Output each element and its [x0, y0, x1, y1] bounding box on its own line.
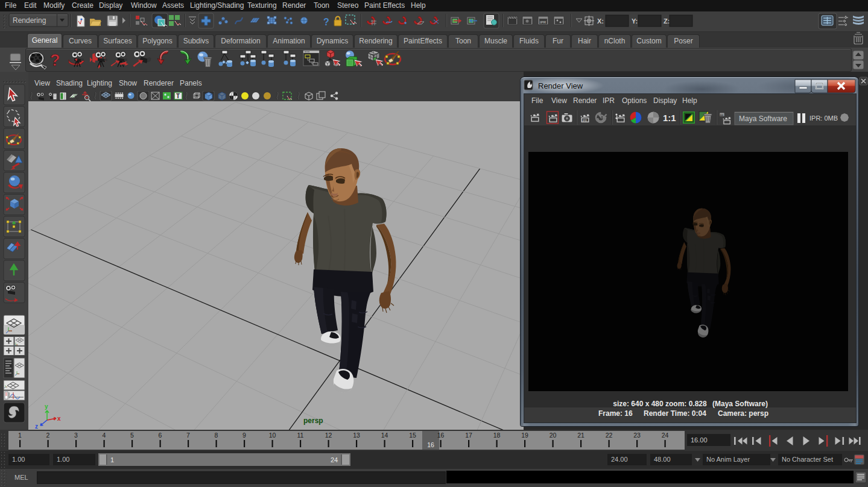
svg-text:22: 22	[606, 432, 613, 439]
svg-text:3: 3	[74, 432, 78, 439]
svg-text:1: 1	[18, 432, 22, 439]
svg-text:19: 19	[521, 432, 528, 439]
svg-text:1: 1	[110, 456, 114, 463]
svg-text:10: 10	[269, 432, 276, 439]
svg-text:y: y	[45, 403, 48, 410]
svg-text:9: 9	[242, 432, 246, 439]
svg-text:16: 16	[437, 432, 445, 439]
svg-text:persp: persp	[303, 416, 323, 425]
svg-text:IPR: 0MB: IPR: 0MB	[809, 115, 838, 122]
svg-text:18: 18	[493, 432, 501, 439]
svg-text:23: 23	[633, 432, 641, 439]
svg-text:8: 8	[215, 432, 218, 439]
svg-text:Maya Software: Maya Software	[739, 115, 787, 123]
svg-text:14: 14	[381, 432, 388, 439]
svg-text:6: 6	[159, 432, 162, 439]
svg-text:IPR: IPR	[583, 119, 588, 122]
svg-text:15: 15	[409, 432, 416, 439]
svg-text:Y:: Y:	[632, 17, 638, 25]
svg-text:4: 4	[103, 432, 106, 439]
svg-text:11: 11	[297, 432, 304, 439]
svg-text:Rendering: Rendering	[13, 16, 46, 25]
svg-text:Z:: Z:	[664, 17, 670, 25]
svg-text:44: 44	[720, 113, 724, 117]
svg-text:17: 17	[465, 432, 472, 439]
svg-text:X:: X:	[597, 17, 604, 25]
svg-text:24: 24	[331, 456, 338, 463]
svg-text:x: x	[57, 415, 61, 422]
svg-text:12: 12	[325, 432, 332, 439]
svg-text:?: ?	[323, 17, 329, 27]
svg-text:?: ?	[50, 51, 60, 69]
svg-text:13: 13	[353, 432, 360, 439]
svg-text:7: 7	[186, 432, 190, 439]
svg-text:1:1: 1:1	[663, 113, 676, 123]
svg-text:24: 24	[662, 432, 669, 439]
svg-text:16: 16	[427, 441, 434, 448]
svg-text:T: T	[176, 93, 180, 99]
svg-text:z: z	[35, 423, 38, 430]
svg-text:20: 20	[550, 432, 557, 439]
svg-text:21: 21	[577, 432, 584, 439]
svg-text:IPR: IPR	[540, 20, 546, 24]
svg-text:2: 2	[46, 432, 50, 439]
svg-text:Render View: Render View	[538, 81, 583, 90]
svg-text:5: 5	[130, 432, 134, 439]
